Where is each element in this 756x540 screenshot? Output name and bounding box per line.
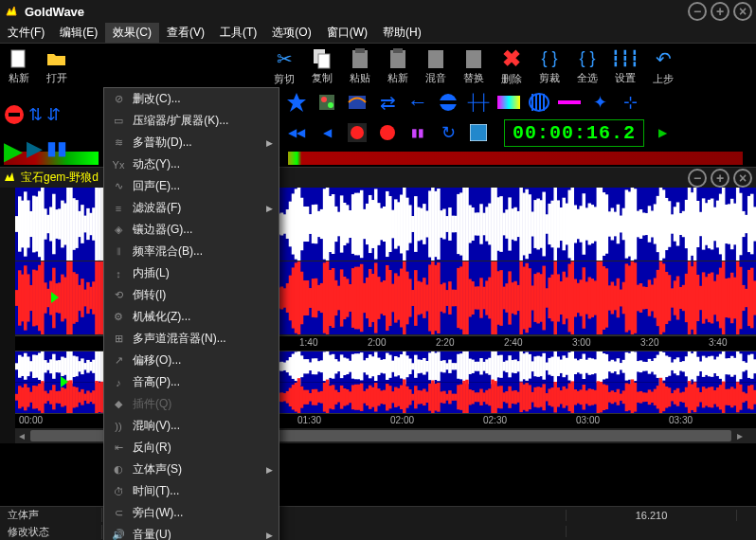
- tool-settings[interactable]: ┇┇┇设置: [608, 47, 642, 85]
- svg-rect-160: [391, 210, 395, 239]
- svg-rect-562: [46, 363, 50, 370]
- tool-mix[interactable]: 混音: [419, 47, 453, 85]
- fx-icon-2[interactable]: [315, 90, 339, 115]
- effect-menu-offset[interactable]: ↗偏移(O)...: [104, 350, 279, 371]
- close-button[interactable]: ×: [733, 2, 752, 21]
- svg-rect-954: [423, 388, 426, 405]
- svg-rect-305: [61, 275, 64, 322]
- svg-rect-255: [662, 189, 666, 258]
- effect-menu-censor[interactable]: ⊘删改(C)...: [104, 88, 279, 110]
- doc-minimize-button[interactable]: −: [688, 169, 707, 188]
- svg-rect-830: [69, 380, 73, 413]
- tool-copy[interactable]: 复制: [305, 47, 339, 85]
- svg-rect-647: [289, 357, 293, 376]
- effect-menu-vo[interactable]: ⊂旁白(W)...: [104, 502, 279, 524]
- effect-menu-invert[interactable]: ⟲倒转(I): [104, 284, 279, 306]
- effect-menu-doppler[interactable]: ≋多普勒(D)...▶: [104, 132, 279, 153]
- fx-icon-11[interactable]: ✦: [587, 90, 612, 115]
- menu-effect[interactable]: 效果(C): [105, 23, 159, 43]
- minimize-button[interactable]: −: [688, 2, 707, 21]
- tool-paste[interactable]: 粘贴: [343, 47, 377, 85]
- fx-icon-3[interactable]: [345, 90, 369, 115]
- record-button[interactable]: [345, 120, 369, 145]
- effect-menu-dyn[interactable]: Yx动态(Y)...: [104, 153, 279, 175]
- tool-selectall[interactable]: { }全选: [570, 47, 604, 85]
- effect-menu-comp[interactable]: ▭压缩器/扩展器(K)...: [104, 110, 279, 132]
- menu-edit[interactable]: 编辑(E): [52, 23, 105, 43]
- fx-icon-7[interactable]: ┼┼: [466, 90, 491, 115]
- fx-icon-9[interactable]: [527, 90, 551, 115]
- menu-tool[interactable]: 工具(T): [212, 23, 264, 43]
- maximize-button[interactable]: +: [711, 2, 729, 21]
- svg-rect-129: [303, 207, 307, 242]
- effect-menu-interp[interactable]: ↕内插(L): [104, 262, 279, 284]
- svg-rect-1029: [637, 392, 640, 403]
- svg-rect-694: [423, 358, 426, 375]
- svg-rect-960: [440, 391, 443, 403]
- fx-icon-8[interactable]: [496, 90, 521, 115]
- doc-maximize-button[interactable]: +: [711, 169, 729, 188]
- tool-cut[interactable]: ✂剪切: [267, 47, 301, 85]
- svg-rect-666: [343, 358, 347, 376]
- menu-help[interactable]: 帮助(H): [375, 23, 429, 43]
- stop-alt-icon[interactable]: ▮▮: [405, 120, 430, 145]
- pause-button[interactable]: ▮▮: [46, 136, 67, 166]
- record-alt-button[interactable]: [375, 120, 400, 145]
- effect-menu-volume[interactable]: 🔊音量(U)▶: [104, 524, 279, 540]
- svg-rect-792: [702, 356, 706, 377]
- play-prev-icon[interactable]: ◀◀: [284, 120, 309, 145]
- fx-icon-5[interactable]: ←: [405, 90, 430, 115]
- effect-menu-multich[interactable]: ⊞多声道混音器(N)...: [104, 328, 279, 350]
- fx-icon-4[interactable]: ⇄: [375, 90, 400, 115]
- effect-menu-mech[interactable]: ⚙机械化(Z)...: [104, 306, 279, 328]
- effect-menu-reverse[interactable]: ⇤反向(R): [104, 437, 279, 459]
- effect-menu-echo[interactable]: ∿回声(E)...: [104, 175, 279, 197]
- effect-menu-flange[interactable]: ◈镶边器(G)...: [104, 219, 279, 241]
- play-back-icon[interactable]: ◀: [315, 120, 339, 145]
- swap2-icon[interactable]: ⇵: [46, 104, 61, 128]
- doc-close-button[interactable]: ×: [733, 169, 752, 188]
- menu-file[interactable]: 文件(F): [0, 23, 52, 43]
- tool-stepup[interactable]: ↶上步: [646, 47, 680, 85]
- svg-rect-191: [479, 204, 483, 243]
- menu-option[interactable]: 选项(O): [264, 23, 318, 43]
- play-button[interactable]: ▶: [4, 136, 23, 166]
- menu-view[interactable]: 查看(V): [159, 23, 212, 43]
- svg-rect-469: [528, 268, 531, 328]
- svg-rect-1002: [559, 390, 563, 404]
- stop-icon[interactable]: [4, 104, 25, 128]
- tool-open[interactable]: 打开: [40, 47, 74, 85]
- fx-icon-10[interactable]: [557, 90, 582, 115]
- effect-menu-pitch[interactable]: ♪音高(P)...: [104, 371, 279, 393]
- loop-icon[interactable]: ↻: [436, 120, 460, 145]
- fx-icon-1[interactable]: [284, 90, 309, 115]
- svg-rect-225: [577, 209, 581, 239]
- svg-rect-799: [722, 351, 726, 382]
- svg-rect-517: [665, 272, 669, 324]
- effect-menu-reverb[interactable]: ))混响(V)...: [104, 415, 279, 437]
- effect-menu-freqblend[interactable]: ⫴频率混合(B)...: [104, 241, 279, 262]
- timer-play-icon[interactable]: ▶: [650, 120, 675, 145]
- fx-icon-6[interactable]: [436, 90, 460, 115]
- effect-menu-time[interactable]: ⏱时间(T)...: [104, 480, 279, 502]
- menu-window[interactable]: 窗口(W): [319, 23, 375, 43]
- tool-replace[interactable]: 替换: [457, 47, 491, 85]
- effect-menu-filter[interactable]: ≡滤波器(F)▶: [104, 197, 279, 219]
- tool-paste-new[interactable]: 粘新: [381, 47, 415, 85]
- swap-icon[interactable]: ⇅: [28, 104, 43, 128]
- time-tick: 3:00: [572, 337, 590, 348]
- play-sel-button[interactable]: ▶: [27, 136, 43, 166]
- svg-rect-809: [750, 354, 754, 379]
- tool-trim[interactable]: { }剪裁: [532, 47, 567, 85]
- svg-rect-516: [662, 263, 666, 332]
- effect-menu-stereo[interactable]: ◐立体声(S)▶: [104, 459, 279, 480]
- fx-icon-12[interactable]: ⊹: [618, 90, 642, 115]
- svg-marker-9: [287, 93, 306, 112]
- tool-new[interactable]: 粘新: [2, 47, 36, 85]
- props-icon[interactable]: [466, 120, 491, 145]
- status-position: 16.210: [567, 510, 737, 521]
- tool-delete[interactable]: ✖删除: [495, 47, 529, 85]
- menu-item-label: 音量(U): [133, 527, 266, 540]
- svg-rect-231: [594, 207, 598, 241]
- svg-rect-659: [323, 351, 327, 381]
